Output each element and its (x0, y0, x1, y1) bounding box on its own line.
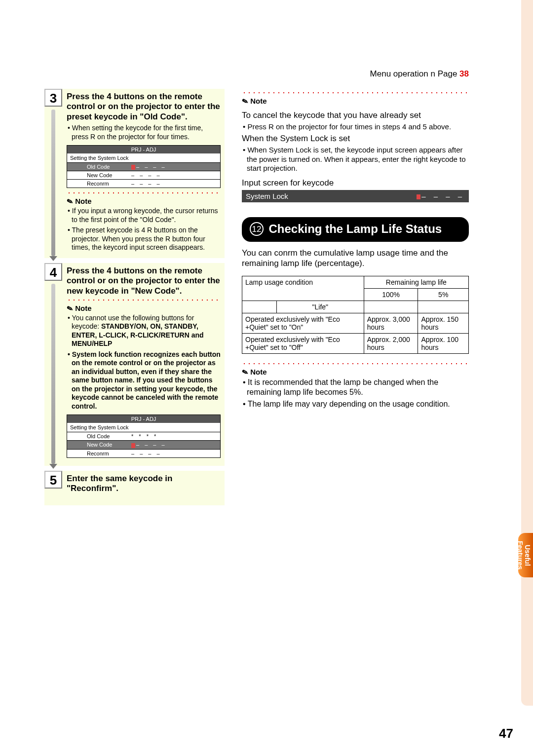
note-item: If you input a wrong keycode, the cursor… (67, 207, 221, 224)
side-background (521, 0, 533, 706)
section-body: You can conrm the cumulative lamp usage … (242, 248, 469, 269)
system-lock-bar: System Lock – – – – (242, 190, 469, 202)
page-content: Menu operation n Page 38 3 Press the 4 b… (44, 64, 469, 706)
step-bar (51, 284, 55, 464)
prj-label: Old Code (67, 164, 131, 170)
prj-head2: Setting the System Lock (67, 423, 220, 432)
prj-label: Old Code (67, 433, 131, 439)
note-icon: ✎ (66, 196, 74, 207)
page-number: 47 (499, 726, 513, 741)
table-cell: Approx. 3,000 hours (364, 313, 418, 333)
prj-adj-box-2: PRJ - ADJ Setting the System Lock Old Co… (67, 415, 221, 457)
section-title: Checking the Lamp Life Status (268, 222, 442, 235)
prj-val: – – – – (131, 172, 220, 178)
left-column: 3 Press the 4 buttons on the remote cont… (44, 89, 225, 510)
prj-row-newcode: New Code – – – – (67, 171, 220, 180)
note-icon: ✎ (66, 303, 74, 314)
note-line: When System Lock is set, the keycode inp… (242, 146, 469, 173)
note-heading: ✎ Note (67, 197, 221, 206)
step-4: 4 Press the 4 buttons on the remote cont… (44, 263, 225, 466)
table-header: Remaining lamp life (364, 276, 468, 288)
table-header: Lamp usage condition (242, 276, 364, 301)
table-cell: "Life" (277, 301, 364, 313)
step-5: 5 Enter the same keycode in "Reconfirm". (44, 471, 225, 506)
step-sub: When setting the keycode for the first t… (67, 124, 221, 141)
note-icon: ✎ (241, 96, 249, 107)
step-bar (51, 110, 55, 256)
prj-head: PRJ - ADJ (67, 415, 220, 423)
table-cell: Operated exclusively with "Eco +Quiet" s… (242, 313, 364, 333)
note-heading: ✎ Note (242, 97, 469, 106)
input-screen-label: Input screen for keycode (242, 178, 469, 188)
step-number: 5 (44, 471, 62, 489)
prj-val: – – – – (131, 442, 220, 448)
note-heading: ✎ Note (67, 304, 221, 313)
note-line: To cancel the keycode that you have alre… (242, 111, 469, 120)
prj-row-oldcode: Old Code * * * * (67, 432, 220, 441)
prj-label: New Code (67, 172, 131, 178)
system-lock-dashes: – – – – (417, 192, 465, 200)
step-3: 3 Press the 4 buttons on the remote cont… (44, 89, 225, 258)
table-cell: Operated exclusively with "Eco +Quiet" s… (242, 333, 364, 353)
note-label: Note (250, 97, 266, 105)
table-cell: Approx. 2,000 hours (364, 333, 418, 353)
dotted-separator (67, 299, 221, 301)
note-icon: ✎ (241, 367, 249, 377)
lamp-life-table: Lamp usage condition Remaining lamp life… (242, 276, 469, 354)
table-cell: Approx. 150 hours (418, 313, 469, 333)
menu-operation-ref: Menu operation n Page 38 (370, 69, 469, 79)
prj-adj-box-1: PRJ - ADJ Setting the System Lock Old Co… (67, 145, 221, 188)
note-item: System lock function recognizes each but… (67, 350, 221, 411)
note-line: When the System Lock is set (242, 134, 469, 144)
menu-operation-page: 38 (459, 69, 469, 78)
note-item: The lamp life may vary depending on the … (242, 399, 469, 409)
system-lock-text: System Lock (246, 192, 288, 200)
prj-head: PRJ - ADJ (67, 146, 220, 153)
step-number: 4 (44, 263, 62, 281)
step-number: 3 (44, 89, 62, 107)
menu-operation-text: Menu operation n Page (370, 69, 457, 78)
dotted-separator (242, 363, 469, 365)
prj-label: Reconrm (67, 451, 131, 456)
prj-val: – – – – (131, 181, 220, 187)
table-cell: Approx. 100 hours (418, 333, 469, 353)
prj-row-reconfirm: Reconrm – – – – (67, 180, 220, 188)
right-column: ✎ Note To cancel the keycode that you ha… (242, 89, 469, 411)
right-note-block: To cancel the keycode that you have alre… (242, 111, 469, 173)
prj-row-oldcode: Old Code – – – – (67, 163, 220, 171)
prj-row-newcode: New Code – – – – (67, 441, 220, 449)
dotted-separator (242, 92, 469, 94)
prj-row-reconfirm: Reconrm – – – – (67, 450, 220, 457)
note-line: Press R on the projector for four times … (242, 122, 469, 132)
note-label: Note (75, 304, 91, 312)
prj-val: – – – – (131, 451, 220, 456)
dotted-separator (67, 192, 221, 194)
step-title: Press the 4 buttons on the remote contro… (67, 266, 221, 296)
table-cell: 5% (418, 288, 469, 301)
step-title: Enter the same keycode in "Reconfirm". (67, 474, 221, 494)
note-label: Note (250, 368, 266, 376)
side-tab-useful-features: Useful Features (518, 533, 533, 577)
note-item: It is recommended that the lamp be chang… (242, 378, 469, 397)
section-checking-lamp: 12 Checking the Lamp Life Status (242, 217, 469, 242)
note-label: Note (75, 197, 91, 205)
table-cell: 100% (364, 288, 418, 301)
prj-label: New Code (67, 442, 131, 448)
note-item: The preset keycode is 4 R buttons on the… (67, 226, 221, 252)
prj-head2: Setting the System Lock (67, 153, 220, 163)
prj-val: – – – – (131, 164, 220, 170)
prj-val: * * * * (131, 433, 220, 439)
prj-label: Reconrm (67, 181, 131, 187)
step-title: Press the 4 buttons on the remote contro… (67, 92, 221, 122)
note-item: You cannot use the following buttons for… (67, 314, 221, 348)
section-number: 12 (250, 222, 264, 236)
note-heading: ✎ Note (242, 368, 469, 377)
